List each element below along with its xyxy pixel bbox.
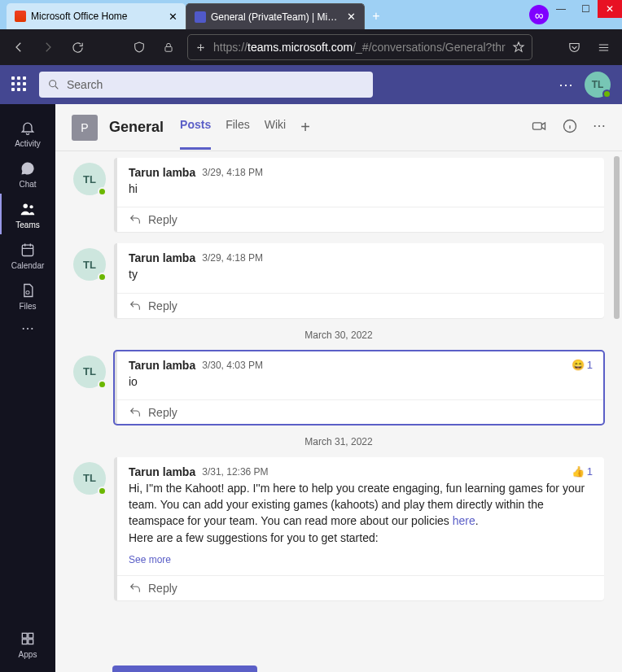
bookmark-star-icon[interactable] (512, 41, 525, 54)
tab-wiki[interactable]: Wiki (265, 105, 286, 150)
rail-teams[interactable]: Teams (0, 194, 55, 234)
svg-point-5 (50, 81, 56, 87)
reply-button[interactable]: Reply (117, 399, 604, 425)
new-tab-button[interactable]: + (365, 3, 388, 29)
presence-available-icon (98, 380, 107, 389)
date-divider: March 31, 2022 (73, 436, 604, 447)
nav-back-button[interactable] (8, 37, 29, 58)
reaction-pill[interactable]: 👍1 (572, 465, 593, 478)
shield-icon[interactable] (129, 37, 150, 58)
rail-more[interactable]: ⋯ (0, 316, 55, 342)
post: TL Tarun lamba3/29, 4:18 PM hi Reply (73, 158, 604, 232)
date-divider: March 30, 2022 (73, 329, 604, 341)
rail-calendar[interactable]: Calendar (0, 234, 55, 275)
author-name[interactable]: Tarun lamba (129, 251, 195, 264)
presence-available-icon (98, 187, 107, 196)
scrollbar-thumb[interactable] (614, 156, 620, 319)
svg-rect-13 (28, 639, 33, 644)
author-name[interactable]: Tarun lamba (129, 465, 195, 478)
favicon-teams-icon (195, 11, 206, 23)
rail-activity[interactable]: Activity (0, 112, 55, 153)
presence-available-icon (98, 487, 107, 495)
rail-help[interactable]: Help (0, 664, 55, 672)
rail-files[interactable]: Files (0, 275, 55, 316)
author-name[interactable]: Tarun lamba (129, 166, 195, 179)
svg-rect-12 (22, 639, 27, 644)
timestamp: 3/31, 12:36 PM (202, 466, 268, 478)
presence-available-icon (602, 89, 611, 98)
author-avatar[interactable]: TL (73, 356, 106, 388)
reply-button[interactable]: Reply (117, 207, 604, 232)
window-maximize-button[interactable]: ☐ (573, 0, 598, 18)
svg-rect-10 (22, 633, 27, 638)
message-text: hi (129, 181, 593, 197)
pocket-icon[interactable] (563, 37, 585, 58)
content-area: P General Posts Files Wiki + ⋯ TL Tarun … (55, 104, 622, 672)
post: TL Tarun lamba3/30, 4:03 PM 😄1 io Reply (73, 351, 604, 425)
new-conversation-button[interactable]: New conversation (112, 665, 257, 672)
meet-button[interactable] (531, 118, 547, 137)
reply-button[interactable]: Reply (117, 293, 604, 318)
extension-badge-icon[interactable]: ∞ (529, 5, 549, 24)
window-titlebar: Microsoft Office Home ✕ General (Private… (0, 0, 622, 29)
svg-rect-8 (22, 245, 33, 255)
lock-icon[interactable] (158, 37, 179, 58)
rail-chat[interactable]: Chat (0, 153, 55, 194)
search-input[interactable]: Search (39, 72, 373, 98)
team-tile[interactable]: P (72, 115, 98, 141)
me-avatar[interactable]: TL (585, 72, 611, 98)
window-minimize-button[interactable]: — (549, 0, 573, 18)
browser-menu-button[interactable] (593, 37, 614, 58)
search-placeholder: Search (67, 78, 103, 91)
author-avatar[interactable]: TL (73, 163, 106, 195)
url-text: https://teams.microsoft.com/_#/conversat… (213, 41, 506, 54)
channel-more-button[interactable]: ⋯ (593, 118, 606, 137)
reply-button[interactable]: Reply (117, 575, 604, 600)
author-avatar[interactable]: TL (73, 462, 106, 495)
rail-apps[interactable]: Apps (0, 623, 55, 664)
reaction-pill[interactable]: 😄1 (572, 359, 593, 371)
nav-forward-button[interactable] (37, 37, 59, 58)
message-text: ty (129, 266, 593, 282)
info-button[interactable] (562, 118, 578, 137)
timestamp: 3/30, 4:03 PM (202, 360, 263, 371)
add-tab-button[interactable]: + (300, 105, 310, 150)
apps-icon (19, 630, 37, 648)
browser-tab-office[interactable]: Microsoft Office Home ✕ (7, 3, 186, 29)
policies-link[interactable]: here (453, 514, 475, 527)
timestamp: 3/29, 4:18 PM (202, 167, 263, 178)
browser-toolbar: https://teams.microsoft.com/_#/conversat… (0, 29, 622, 65)
svg-point-7 (29, 205, 33, 208)
reply-icon (129, 213, 142, 226)
see-more-button[interactable]: See more (129, 554, 593, 565)
app-header: Search ⋯ TL (0, 65, 622, 104)
reaction-emoji-icon: 👍 (572, 465, 585, 478)
browser-tab-teams[interactable]: General (PrivateTeam) | Micros ✕ (186, 3, 365, 29)
presence-available-icon (98, 273, 107, 281)
author-avatar[interactable]: TL (73, 248, 106, 281)
teams-icon (19, 200, 37, 218)
message-text: io (129, 373, 593, 390)
window-close-button[interactable]: ✕ (598, 0, 622, 18)
app-rail: Activity Chat Teams Calendar Files ⋯ App… (0, 104, 55, 672)
tab-label: Microsoft Office Home (31, 11, 164, 22)
post: TL Tarun lamba3/29, 4:18 PM ty Reply (73, 243, 604, 317)
header-more-button[interactable]: ⋯ (558, 76, 573, 94)
tab-close-icon[interactable]: ✕ (347, 11, 356, 23)
tab-label: General (PrivateTeam) | Micros (211, 11, 342, 23)
favicon-office-icon (15, 11, 26, 22)
reaction-emoji-icon: 😄 (572, 359, 585, 371)
files-icon (19, 281, 37, 299)
svg-rect-11 (28, 633, 33, 638)
address-bar[interactable]: https://teams.microsoft.com/_#/conversat… (187, 34, 532, 60)
nav-reload-button[interactable] (67, 37, 88, 58)
timestamp: 3/29, 4:18 PM (202, 252, 263, 264)
tab-files[interactable]: Files (226, 105, 250, 150)
app-launcher-button[interactable] (11, 76, 28, 93)
tab-close-icon[interactable]: ✕ (169, 11, 177, 23)
tab-posts[interactable]: Posts (180, 105, 211, 150)
post: TL Tarun lamba3/31, 12:36 PM 👍1 Hi, I''m… (73, 457, 604, 600)
chat-icon (19, 159, 37, 177)
reply-icon (129, 582, 142, 595)
author-name[interactable]: Tarun lamba (129, 359, 195, 372)
